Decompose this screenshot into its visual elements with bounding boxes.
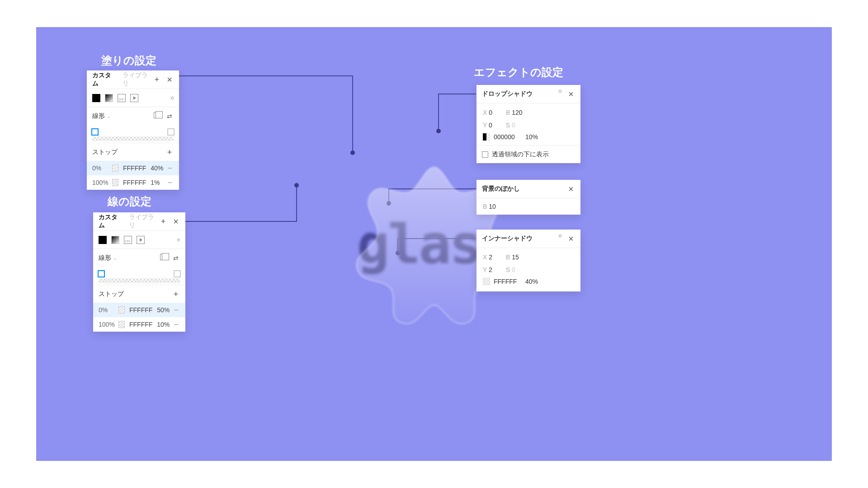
image-fill-icon[interactable] (118, 94, 126, 102)
swap-stops-icon[interactable] (165, 112, 174, 120)
inner-shadow-blur[interactable]: 15 (512, 253, 519, 261)
close-panel-icon[interactable] (567, 185, 575, 193)
svg-point-1 (294, 183, 299, 188)
solid-swatch-icon[interactable] (92, 94, 100, 102)
drop-shadow-y[interactable]: 0 (489, 122, 492, 129)
duplicate-icon[interactable] (154, 112, 160, 118)
drop-shadow-title: ドロップシャドウ (482, 90, 533, 98)
swap-stops-icon[interactable] (172, 254, 180, 262)
inner-shadow-x[interactable]: 2 (489, 253, 492, 261)
drop-shadow-blur[interactable]: 120 (512, 109, 522, 116)
stroke-section-title: 線の設定 (108, 194, 151, 209)
stop-swatch[interactable] (112, 164, 118, 172)
gradient-end-handle[interactable] (167, 128, 175, 136)
remove-stop-icon[interactable] (173, 306, 180, 314)
gradient-track[interactable] (99, 278, 180, 283)
stop-row[interactable]: 100% FFFFFF 10% (93, 317, 185, 332)
stop-row[interactable]: 0% FFFFFF 50% (93, 303, 185, 317)
tab-library[interactable]: ライブラリ (129, 213, 159, 230)
gradient-start-handle[interactable] (98, 270, 105, 277)
stop-row[interactable]: 100% FFFFFF 1% (87, 175, 179, 190)
gradient-swatch-icon[interactable] (111, 236, 119, 244)
inner-shadow-spread[interactable]: 0 (512, 266, 515, 273)
svg-point-2 (436, 129, 441, 133)
close-panel-icon[interactable] (567, 235, 575, 243)
duplicate-icon[interactable] (160, 254, 166, 260)
shadow-color-hex[interactable]: 000000 (494, 133, 525, 141)
stops-header: ストップ (92, 148, 118, 156)
video-fill-icon[interactable] (130, 94, 138, 102)
drop-shadow-x[interactable]: 0 (489, 109, 492, 116)
shadow-color-swatch[interactable] (483, 133, 490, 141)
blend-mode-icon[interactable] (177, 238, 180, 241)
inner-shadow-y[interactable]: 2 (489, 266, 492, 273)
add-stroke-icon[interactable] (159, 217, 167, 225)
video-fill-icon[interactable] (137, 236, 145, 244)
shadow-color-alpha[interactable]: 10% (525, 133, 538, 141)
close-panel-icon[interactable] (165, 75, 174, 84)
background-blur-panel: 背景のぼかし B 10 (476, 180, 580, 215)
inner-shadow-panel: インナーシャドウ X 2 B 15 Y 2 S 0 FFFFFF 40% (476, 230, 580, 291)
stop-swatch[interactable] (118, 321, 125, 328)
stop-swatch[interactable] (118, 306, 125, 314)
svg-point-0 (350, 150, 355, 155)
add-stop-icon[interactable] (165, 148, 174, 156)
solid-swatch-icon[interactable] (99, 236, 107, 244)
inner-shadow-color-hex[interactable]: FFFFFF (494, 278, 525, 285)
drop-shadow-spread[interactable]: 0 (512, 122, 515, 129)
show-behind-label: 透過領域の下に表示 (492, 150, 549, 159)
stops-header: ストップ (99, 290, 124, 298)
blend-mode-icon[interactable] (558, 89, 562, 93)
gradient-start-handle[interactable] (91, 128, 99, 136)
tab-custom[interactable]: カスタム (92, 71, 116, 88)
stop-swatch[interactable] (112, 179, 118, 186)
gradient-track[interactable] (92, 136, 174, 141)
inner-shadow-color-alpha[interactable]: 40% (525, 278, 538, 285)
stroke-gradient-panel: カスタム ライブラリ 線形 (93, 212, 185, 332)
remove-stop-icon[interactable] (166, 178, 174, 187)
blend-mode-icon[interactable] (558, 234, 562, 238)
remove-stop-icon[interactable] (166, 164, 174, 172)
drop-shadow-panel: ドロップシャドウ X 0 B 120 Y 0 S 0 000000 10% (476, 85, 580, 163)
tab-custom[interactable]: カスタム (99, 213, 123, 230)
image-fill-icon[interactable] (124, 236, 132, 244)
add-stop-icon[interactable] (172, 290, 180, 298)
gradient-end-handle[interactable] (174, 270, 181, 277)
fill-gradient-panel: カスタム ライブラリ 線形 (87, 70, 179, 190)
effect-section-title: エフェクトの設定 (474, 65, 563, 80)
bg-blur-title: 背景のぼかし (482, 185, 520, 193)
close-panel-icon[interactable] (172, 217, 180, 225)
stop-row[interactable]: 0% FFFFFF 40% (87, 161, 179, 175)
inner-shadow-title: インナーシャドウ (482, 235, 533, 243)
inner-shadow-color-swatch[interactable] (483, 278, 490, 285)
bg-blur-value[interactable]: 10 (489, 203, 496, 210)
add-fill-icon[interactable] (153, 75, 161, 84)
fill-section-title: 塗りの設定 (101, 53, 156, 68)
tab-library[interactable]: ライブラリ (123, 71, 153, 88)
gradient-type-select[interactable]: 線形 (92, 112, 111, 120)
close-panel-icon[interactable] (567, 90, 575, 98)
gradient-swatch-icon[interactable] (105, 94, 113, 102)
gradient-type-select[interactable]: 線形 (99, 254, 117, 262)
show-behind-checkbox[interactable] (482, 151, 488, 158)
blend-mode-icon[interactable] (170, 96, 174, 99)
remove-stop-icon[interactable] (173, 320, 180, 328)
